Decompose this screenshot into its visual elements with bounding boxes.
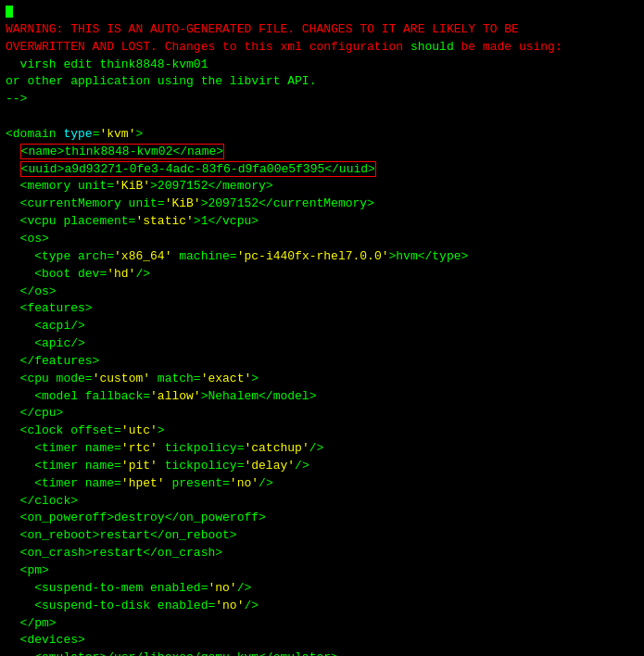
boot-line: <boot dev='hd'/>: [6, 266, 638, 284]
on-crash-line: <on_crash>restart</on_crash>: [6, 545, 638, 562]
terminal-window: WARNING: THIS IS AN AUTO-GENERATED FILE.…: [0, 0, 644, 656]
timer-pit-line: <timer name='pit' tickpolicy='delay'/>: [6, 458, 638, 475]
libvirt-text: libvirt API.: [222, 74, 316, 88]
uuid-highlight-box: <uuid>a9d93271-0fe3-4adc-83f6-d9fa00e5f3…: [20, 161, 376, 177]
on-reboot-line: <on_reboot>restart</on_reboot>: [6, 527, 638, 545]
virsh-edit-line: virsh edit think8848-kvm01: [6, 57, 638, 74]
warning-text-1: WARNING: THIS IS AN AUTO-GENERATED FILE.…: [6, 22, 519, 36]
name-highlight-box: <name>think8848-kvm02</name>: [20, 144, 224, 159]
uuid-line: <uuid>a9d93271-0fe3-4adc-83f6-d9fa00e5f3…: [6, 161, 638, 179]
type-line: <type arch='x86_64' machine='pc-i440fx-r…: [6, 248, 638, 266]
name-line: <name>think8848-kvm02</name>: [6, 144, 638, 161]
memory-line: <memory unit='KiB'>2097152</memory>: [6, 178, 638, 196]
the-text: the: [201, 74, 222, 88]
comment-close-line: -->: [6, 91, 638, 108]
suspend-disk-line: <suspend-to-disk enabled='no'/>: [6, 598, 638, 615]
pm-close-line: </pm>: [6, 615, 638, 633]
timer-rtc-line: <timer name='rtc' tickpolicy='catchup'/>: [6, 440, 638, 458]
suspend-mem-line: <suspend-to-mem enabled='no'/>: [6, 580, 638, 598]
cursor-block: [6, 6, 13, 18]
apic-line: <apic/>: [6, 335, 638, 353]
emulator-line: <emulator>/usr/libexec/qemu-kvm</emulato…: [6, 650, 638, 656]
blank-line-1: [6, 108, 638, 126]
warning-line-2: OVERWRITTEN AND LOST. Changes to this xm…: [6, 39, 638, 57]
domain-line: <domain type='kvm'>: [6, 126, 638, 144]
pm-open-line: <pm>: [6, 562, 638, 580]
timer-hpet-line: <timer name='hpet' present='no'/>: [6, 475, 638, 493]
clock-open-line: <clock offset='utc'>: [6, 423, 638, 440]
or-other-text: or other application using: [6, 74, 201, 88]
devices-open-line: <devices>: [6, 632, 638, 650]
virsh-edit-text: virsh edit think8848-kvm01: [6, 57, 208, 71]
vcpu-line: <vcpu placement='static'>1</vcpu>: [6, 213, 638, 231]
warning-text-2b: be made using:: [454, 40, 562, 54]
features-close-line: </features>: [6, 353, 638, 371]
os-close-line: </os>: [6, 284, 638, 301]
warning-line-1: WARNING: THIS IS AN AUTO-GENERATED FILE.…: [6, 21, 638, 39]
os-open-line: <os>: [6, 231, 638, 248]
warning-should: should: [410, 40, 454, 54]
on-poweroff-line: <on_poweroff>destroy</on_poweroff>: [6, 510, 638, 527]
cpu-close-line: </cpu>: [6, 405, 638, 423]
or-other-line: or other application using the libvirt A…: [6, 73, 638, 91]
model-line: <model fallback='allow'>Nehalem</model>: [6, 388, 638, 406]
acpi-line: <acpi/>: [6, 318, 638, 335]
cpu-open-line: <cpu mode='custom' match='exact'>: [6, 371, 638, 388]
cursor-line: [6, 4, 638, 21]
comment-close-text: -->: [6, 92, 27, 106]
features-open-line: <features>: [6, 300, 638, 318]
clock-close-line: </clock>: [6, 493, 638, 511]
warning-text-2: OVERWRITTEN AND LOST. Changes to this xm…: [6, 40, 410, 54]
currentmem-line: <currentMemory unit='KiB'>2097152</curre…: [6, 196, 638, 213]
